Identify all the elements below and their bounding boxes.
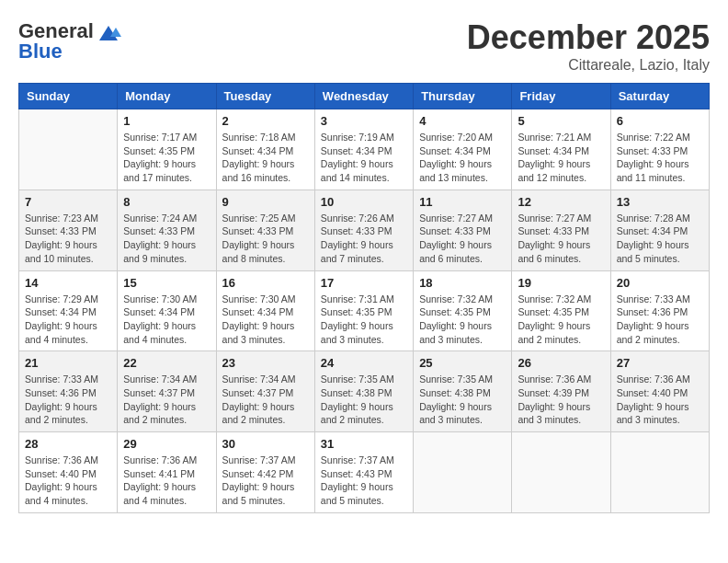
- day-info: Sunrise: 7:33 AMSunset: 4:36 PMDaylight:…: [25, 373, 111, 427]
- day-number: 9: [222, 195, 309, 209]
- calendar-cell: 7Sunrise: 7:23 AMSunset: 4:33 PMDaylight…: [19, 190, 118, 270]
- day-info: Sunrise: 7:33 AMSunset: 4:36 PMDaylight:…: [617, 293, 703, 347]
- day-number: 13: [617, 195, 703, 209]
- page-header: General Blue December 2025 Cittareale, L…: [18, 18, 710, 74]
- day-info: Sunrise: 7:27 AMSunset: 4:33 PMDaylight:…: [419, 212, 506, 266]
- day-number: 22: [123, 356, 210, 370]
- day-info: Sunrise: 7:34 AMSunset: 4:37 PMDaylight:…: [123, 373, 210, 427]
- calendar-cell: 30Sunrise: 7:37 AMSunset: 4:42 PMDayligh…: [216, 432, 314, 513]
- calendar-cell: 19Sunrise: 7:32 AMSunset: 4:35 PMDayligh…: [512, 270, 610, 351]
- calendar-body: 1Sunrise: 7:17 AMSunset: 4:35 PMDaylight…: [19, 109, 710, 513]
- day-info: Sunrise: 7:36 AMSunset: 4:41 PMDaylight:…: [123, 454, 210, 508]
- calendar-week-row: 28Sunrise: 7:36 AMSunset: 4:40 PMDayligh…: [19, 432, 710, 513]
- day-info: Sunrise: 7:32 AMSunset: 4:35 PMDaylight:…: [419, 293, 506, 347]
- title-block: December 2025 Cittareale, Lazio, Italy: [467, 18, 710, 74]
- calendar-week-row: 7Sunrise: 7:23 AMSunset: 4:33 PMDaylight…: [19, 190, 710, 270]
- calendar-week-row: 1Sunrise: 7:17 AMSunset: 4:35 PMDaylight…: [19, 109, 710, 190]
- weekday-header-cell: Tuesday: [216, 84, 314, 109]
- day-info: Sunrise: 7:27 AMSunset: 4:33 PMDaylight:…: [518, 212, 604, 266]
- day-info: Sunrise: 7:17 AMSunset: 4:35 PMDaylight:…: [123, 131, 210, 185]
- calendar-cell: [512, 432, 610, 513]
- day-number: 24: [321, 356, 407, 370]
- calendar-week-row: 14Sunrise: 7:29 AMSunset: 4:34 PMDayligh…: [19, 270, 710, 351]
- day-info: Sunrise: 7:24 AMSunset: 4:33 PMDaylight:…: [123, 212, 210, 266]
- day-info: Sunrise: 7:29 AMSunset: 4:34 PMDaylight:…: [25, 293, 111, 347]
- day-number: 5: [518, 114, 604, 128]
- calendar-cell: 6Sunrise: 7:22 AMSunset: 4:33 PMDaylight…: [610, 109, 709, 190]
- day-info: Sunrise: 7:37 AMSunset: 4:43 PMDaylight:…: [321, 454, 407, 508]
- weekday-header-row: SundayMondayTuesdayWednesdayThursdayFrid…: [19, 84, 710, 109]
- day-info: Sunrise: 7:36 AMSunset: 4:39 PMDaylight:…: [518, 373, 604, 427]
- day-info: Sunrise: 7:32 AMSunset: 4:35 PMDaylight:…: [518, 293, 604, 347]
- day-number: 25: [419, 356, 506, 370]
- calendar-cell: 2Sunrise: 7:18 AMSunset: 4:34 PMDaylight…: [216, 109, 314, 190]
- day-info: Sunrise: 7:35 AMSunset: 4:38 PMDaylight:…: [321, 373, 407, 427]
- calendar-table: SundayMondayTuesdayWednesdayThursdayFrid…: [18, 83, 710, 513]
- month-title: December 2025: [467, 18, 710, 57]
- day-number: 17: [321, 276, 407, 290]
- calendar-cell: 29Sunrise: 7:36 AMSunset: 4:41 PMDayligh…: [118, 432, 216, 513]
- weekday-header-cell: Monday: [118, 84, 216, 109]
- calendar-cell: 17Sunrise: 7:31 AMSunset: 4:35 PMDayligh…: [314, 270, 413, 351]
- day-info: Sunrise: 7:21 AMSunset: 4:34 PMDaylight:…: [518, 131, 604, 185]
- day-number: 19: [518, 276, 604, 290]
- day-number: 10: [321, 195, 407, 209]
- day-info: Sunrise: 7:19 AMSunset: 4:34 PMDaylight:…: [321, 131, 407, 185]
- calendar-cell: 21Sunrise: 7:33 AMSunset: 4:36 PMDayligh…: [19, 351, 118, 432]
- calendar-week-row: 21Sunrise: 7:33 AMSunset: 4:36 PMDayligh…: [19, 351, 710, 432]
- calendar-cell: 11Sunrise: 7:27 AMSunset: 4:33 PMDayligh…: [414, 190, 512, 270]
- calendar-cell: 13Sunrise: 7:28 AMSunset: 4:34 PMDayligh…: [610, 190, 709, 270]
- calendar-cell: 31Sunrise: 7:37 AMSunset: 4:43 PMDayligh…: [314, 432, 413, 513]
- calendar-cell: 5Sunrise: 7:21 AMSunset: 4:34 PMDaylight…: [512, 109, 610, 190]
- calendar-cell: 15Sunrise: 7:30 AMSunset: 4:34 PMDayligh…: [118, 270, 216, 351]
- calendar-cell: 16Sunrise: 7:30 AMSunset: 4:34 PMDayligh…: [216, 270, 314, 351]
- day-number: 2: [222, 114, 309, 128]
- calendar-cell: 20Sunrise: 7:33 AMSunset: 4:36 PMDayligh…: [610, 270, 709, 351]
- day-number: 26: [518, 356, 604, 370]
- calendar-cell: 18Sunrise: 7:32 AMSunset: 4:35 PMDayligh…: [414, 270, 512, 351]
- day-number: 14: [25, 276, 111, 290]
- day-info: Sunrise: 7:20 AMSunset: 4:34 PMDaylight:…: [419, 131, 506, 185]
- logo: General Blue: [18, 18, 121, 63]
- day-number: 31: [321, 437, 407, 451]
- calendar-cell: 27Sunrise: 7:36 AMSunset: 4:40 PMDayligh…: [610, 351, 709, 432]
- day-number: 7: [25, 195, 111, 209]
- day-number: 30: [222, 437, 309, 451]
- day-number: 12: [518, 195, 604, 209]
- day-info: Sunrise: 7:28 AMSunset: 4:34 PMDaylight:…: [617, 212, 703, 266]
- calendar-cell: 12Sunrise: 7:27 AMSunset: 4:33 PMDayligh…: [512, 190, 610, 270]
- day-info: Sunrise: 7:22 AMSunset: 4:33 PMDaylight:…: [617, 131, 703, 185]
- day-number: 6: [617, 114, 703, 128]
- day-info: Sunrise: 7:35 AMSunset: 4:38 PMDaylight:…: [419, 373, 506, 427]
- location: Cittareale, Lazio, Italy: [467, 57, 710, 74]
- day-number: 28: [25, 437, 111, 451]
- day-info: Sunrise: 7:25 AMSunset: 4:33 PMDaylight:…: [222, 212, 309, 266]
- weekday-header-cell: Friday: [512, 84, 610, 109]
- calendar-cell: 25Sunrise: 7:35 AMSunset: 4:38 PMDayligh…: [414, 351, 512, 432]
- calendar-cell: 23Sunrise: 7:34 AMSunset: 4:37 PMDayligh…: [216, 351, 314, 432]
- day-number: 8: [123, 195, 210, 209]
- weekday-header-cell: Wednesday: [314, 84, 413, 109]
- day-number: 18: [419, 276, 506, 290]
- day-info: Sunrise: 7:36 AMSunset: 4:40 PMDaylight:…: [25, 454, 111, 508]
- calendar-cell: [610, 432, 709, 513]
- day-number: 3: [321, 114, 407, 128]
- day-info: Sunrise: 7:36 AMSunset: 4:40 PMDaylight:…: [617, 373, 703, 427]
- calendar-cell: 3Sunrise: 7:19 AMSunset: 4:34 PMDaylight…: [314, 109, 413, 190]
- day-info: Sunrise: 7:18 AMSunset: 4:34 PMDaylight:…: [222, 131, 309, 185]
- day-info: Sunrise: 7:23 AMSunset: 4:33 PMDaylight:…: [25, 212, 111, 266]
- day-number: 29: [123, 437, 210, 451]
- weekday-header-cell: Thursday: [414, 84, 512, 109]
- calendar-cell: 14Sunrise: 7:29 AMSunset: 4:34 PMDayligh…: [19, 270, 118, 351]
- day-info: Sunrise: 7:30 AMSunset: 4:34 PMDaylight:…: [123, 293, 210, 347]
- day-info: Sunrise: 7:26 AMSunset: 4:33 PMDaylight:…: [321, 212, 407, 266]
- day-info: Sunrise: 7:31 AMSunset: 4:35 PMDaylight:…: [321, 293, 407, 347]
- calendar-cell: 9Sunrise: 7:25 AMSunset: 4:33 PMDaylight…: [216, 190, 314, 270]
- day-info: Sunrise: 7:37 AMSunset: 4:42 PMDaylight:…: [222, 454, 309, 508]
- logo-icon: [96, 18, 121, 44]
- day-number: 21: [25, 356, 111, 370]
- calendar-cell: 28Sunrise: 7:36 AMSunset: 4:40 PMDayligh…: [19, 432, 118, 513]
- calendar-cell: 4Sunrise: 7:20 AMSunset: 4:34 PMDaylight…: [414, 109, 512, 190]
- day-number: 4: [419, 114, 506, 128]
- calendar-cell: 10Sunrise: 7:26 AMSunset: 4:33 PMDayligh…: [314, 190, 413, 270]
